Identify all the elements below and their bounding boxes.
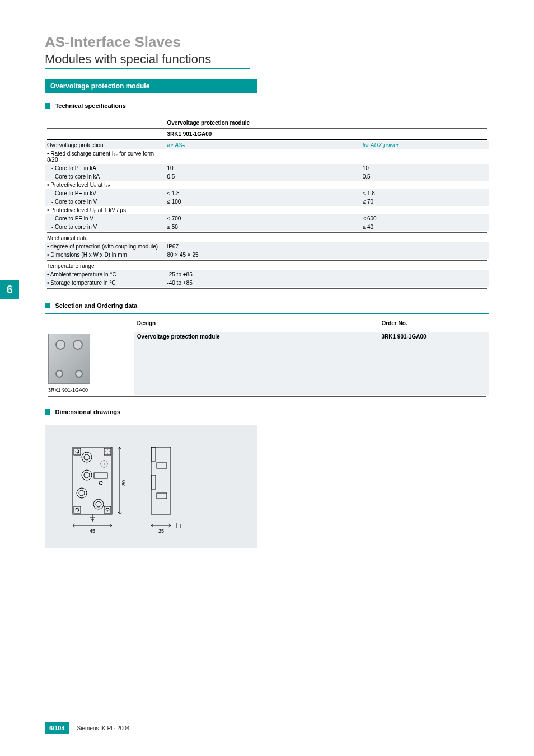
dimensional-drawing: + + +	[45, 425, 257, 548]
svg-text:+: +	[76, 450, 78, 454]
spec-row-label: • Protective level Uₚ at 1 kV / µs	[45, 206, 165, 214]
spec-row-label: - Core to core in V	[45, 198, 165, 206]
svg-point-16	[84, 472, 90, 478]
svg-rect-21	[94, 473, 107, 478]
spec-value: 10	[165, 164, 360, 172]
svg-rect-6	[74, 506, 81, 513]
svg-rect-35	[157, 493, 167, 499]
spec-value: 10	[360, 164, 489, 172]
product-thumbnail	[48, 334, 90, 384]
spec-row-label: • Ambient temperature in °C	[45, 270, 165, 279]
spec-value: ≤ 700	[165, 214, 360, 223]
svg-point-19	[93, 499, 104, 509]
thumb-caption: 3RK1 901-1GA00	[48, 387, 130, 393]
section-bar: Overvoltage protection module	[45, 79, 257, 93]
chapter-side-tab: 6	[0, 280, 19, 299]
page-number-badge: 6/104	[45, 722, 69, 734]
svg-point-17	[77, 488, 87, 498]
spec-value: ≤ 70	[360, 198, 489, 206]
spec-value: -25 to +85	[165, 270, 489, 279]
page-footer: 6/104 Siemens IK PI · 2004	[45, 722, 129, 734]
spec-row-label: Temperature range	[45, 262, 165, 270]
spec-value: ≤ 600	[360, 214, 489, 223]
ordering-heading: Selection and Ordering data	[55, 302, 137, 309]
divider	[45, 420, 489, 420]
svg-rect-32	[151, 447, 156, 461]
svg-text:+: +	[103, 462, 105, 466]
svg-text:80: 80	[121, 480, 127, 486]
section-marker-icon	[45, 303, 50, 308]
spec-col-asi: for AS-i	[165, 141, 360, 149]
section-marker-icon	[45, 103, 50, 109]
footer-text: Siemens IK PI · 2004	[77, 725, 130, 731]
spec-row-label: - Core to core in kA	[45, 172, 165, 181]
spec-value: IP67	[165, 242, 489, 251]
order-product-number: 3RK1 901-1GA00	[378, 332, 489, 395]
spec-row-label: - Core to PE in kV	[45, 189, 165, 198]
svg-point-7	[76, 508, 79, 511]
order-product-name: Overvoltage protection module	[134, 332, 378, 395]
spec-row-label: Mechanical data	[45, 234, 165, 242]
spec-row-label: Overvoltage protection	[45, 141, 165, 149]
spec-row-label: • Rated discharge current Iₛₙ for curve …	[45, 149, 165, 164]
spec-row-label: • degree of protection (with coupling mo…	[45, 242, 165, 251]
spec-row-label: - Core to core in V	[45, 223, 165, 231]
svg-point-18	[79, 490, 85, 496]
spec-value: 0.5	[360, 172, 489, 181]
spec-value: -40 to +85	[165, 279, 489, 287]
svg-rect-33	[151, 475, 156, 489]
svg-point-12	[84, 454, 90, 460]
svg-point-20	[96, 501, 101, 507]
svg-rect-31	[151, 447, 171, 514]
spec-value: ≤ 100	[165, 198, 360, 206]
section-marker-icon	[45, 409, 50, 415]
svg-text:45: 45	[90, 528, 95, 534]
spec-value: ≤ 40	[360, 223, 489, 231]
ordering-table: Design Order No. 3RK1 901-1GA00 Overvolt…	[45, 318, 489, 398]
spec-value: 80 × 45 × 25	[165, 251, 489, 259]
order-col-orderno: Order No.	[378, 318, 489, 328]
svg-point-15	[82, 470, 92, 480]
svg-rect-0	[73, 447, 112, 514]
tech-specs-heading: Technical specifications	[55, 102, 125, 109]
spec-row-label: - Core to PE in kA	[45, 164, 165, 172]
spec-value: ≤ 1.8	[360, 189, 489, 198]
svg-point-22	[99, 481, 102, 485]
spec-partno-head: 3RK1 901-1GA00	[165, 130, 489, 138]
spec-value: 0.5	[165, 172, 360, 181]
spec-value: ≤ 1.8	[165, 189, 360, 198]
page-subtitle: Modules with special functions	[45, 52, 250, 69]
svg-rect-4	[104, 448, 111, 455]
spec-row-label: • Dimensions (H x W x D) in mm	[45, 251, 165, 259]
spec-row-label: - Core to PE in V	[45, 214, 165, 223]
svg-text:25: 25	[158, 528, 164, 534]
tech-specs-table: Overvoltage protection module 3RK1 901-1…	[45, 119, 489, 290]
page-title: AS-Interface Slaves	[45, 34, 489, 51]
svg-point-5	[106, 450, 109, 453]
spec-row-label: • Protective level Uₚ at Iₛₙ	[45, 181, 165, 189]
spec-value: ≤ 50	[165, 223, 360, 231]
order-col-design: Design	[134, 318, 378, 328]
divider	[45, 114, 489, 114]
drawings-heading: Dimensional drawings	[55, 408, 120, 415]
spec-row-label: • Storage temperature in °C	[45, 279, 165, 287]
svg-point-11	[82, 452, 92, 462]
svg-rect-34	[157, 463, 167, 468]
svg-text:+: +	[106, 509, 109, 512]
spec-product-head: Overvoltage protection module	[165, 119, 489, 127]
divider	[45, 313, 489, 314]
spec-col-aux: for AUX power	[360, 141, 489, 149]
